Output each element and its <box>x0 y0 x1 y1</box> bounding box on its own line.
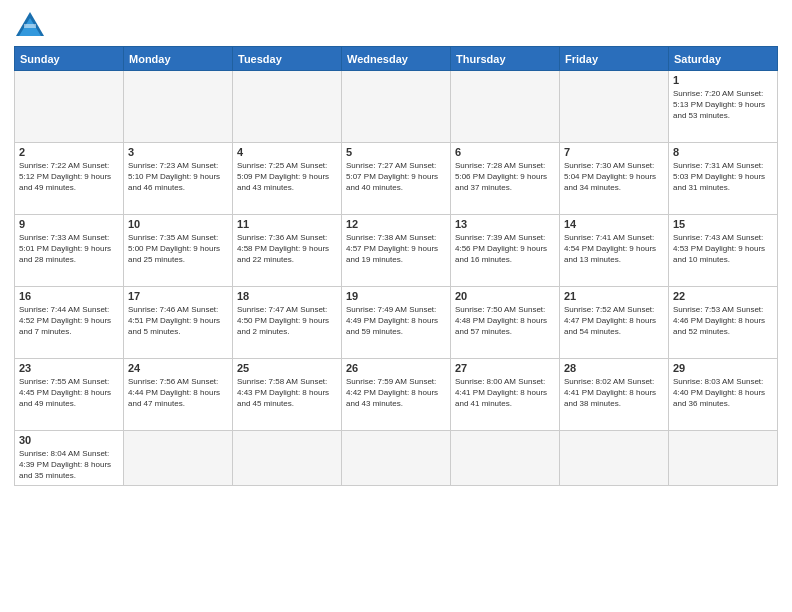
day-info: Sunrise: 7:20 AM Sunset: 5:13 PM Dayligh… <box>673 88 773 122</box>
day-number: 23 <box>19 362 119 374</box>
day-number: 12 <box>346 218 446 230</box>
day-number: 1 <box>673 74 773 86</box>
calendar-cell: 19Sunrise: 7:49 AM Sunset: 4:49 PM Dayli… <box>342 287 451 359</box>
day-number: 4 <box>237 146 337 158</box>
calendar-cell: 21Sunrise: 7:52 AM Sunset: 4:47 PM Dayli… <box>560 287 669 359</box>
day-info: Sunrise: 7:50 AM Sunset: 4:48 PM Dayligh… <box>455 304 555 338</box>
day-number: 7 <box>564 146 664 158</box>
day-info: Sunrise: 7:23 AM Sunset: 5:10 PM Dayligh… <box>128 160 228 194</box>
calendar-cell: 12Sunrise: 7:38 AM Sunset: 4:57 PM Dayli… <box>342 215 451 287</box>
calendar-cell <box>669 431 778 486</box>
day-info: Sunrise: 7:36 AM Sunset: 4:58 PM Dayligh… <box>237 232 337 266</box>
calendar-cell: 24Sunrise: 7:56 AM Sunset: 4:44 PM Dayli… <box>124 359 233 431</box>
day-number: 30 <box>19 434 119 446</box>
day-number: 8 <box>673 146 773 158</box>
calendar-cell: 7Sunrise: 7:30 AM Sunset: 5:04 PM Daylig… <box>560 143 669 215</box>
weekday-header-tuesday: Tuesday <box>233 47 342 71</box>
day-info: Sunrise: 7:39 AM Sunset: 4:56 PM Dayligh… <box>455 232 555 266</box>
day-number: 13 <box>455 218 555 230</box>
calendar-cell: 20Sunrise: 7:50 AM Sunset: 4:48 PM Dayli… <box>451 287 560 359</box>
day-number: 3 <box>128 146 228 158</box>
calendar-cell: 22Sunrise: 7:53 AM Sunset: 4:46 PM Dayli… <box>669 287 778 359</box>
day-number: 10 <box>128 218 228 230</box>
day-info: Sunrise: 7:55 AM Sunset: 4:45 PM Dayligh… <box>19 376 119 410</box>
day-info: Sunrise: 7:38 AM Sunset: 4:57 PM Dayligh… <box>346 232 446 266</box>
calendar-cell <box>451 71 560 143</box>
day-number: 15 <box>673 218 773 230</box>
day-number: 16 <box>19 290 119 302</box>
day-info: Sunrise: 7:58 AM Sunset: 4:43 PM Dayligh… <box>237 376 337 410</box>
day-info: Sunrise: 7:46 AM Sunset: 4:51 PM Dayligh… <box>128 304 228 338</box>
week-row-4: 16Sunrise: 7:44 AM Sunset: 4:52 PM Dayli… <box>15 287 778 359</box>
weekday-header-row: SundayMondayTuesdayWednesdayThursdayFrid… <box>15 47 778 71</box>
day-number: 17 <box>128 290 228 302</box>
day-number: 29 <box>673 362 773 374</box>
day-number: 6 <box>455 146 555 158</box>
calendar-cell: 3Sunrise: 7:23 AM Sunset: 5:10 PM Daylig… <box>124 143 233 215</box>
day-info: Sunrise: 7:43 AM Sunset: 4:53 PM Dayligh… <box>673 232 773 266</box>
calendar-cell <box>342 431 451 486</box>
weekday-header-saturday: Saturday <box>669 47 778 71</box>
day-info: Sunrise: 7:41 AM Sunset: 4:54 PM Dayligh… <box>564 232 664 266</box>
day-info: Sunrise: 7:35 AM Sunset: 5:00 PM Dayligh… <box>128 232 228 266</box>
week-row-3: 9Sunrise: 7:33 AM Sunset: 5:01 PM Daylig… <box>15 215 778 287</box>
calendar-cell: 10Sunrise: 7:35 AM Sunset: 5:00 PM Dayli… <box>124 215 233 287</box>
day-info: Sunrise: 8:04 AM Sunset: 4:39 PM Dayligh… <box>19 448 119 482</box>
calendar-cell: 8Sunrise: 7:31 AM Sunset: 5:03 PM Daylig… <box>669 143 778 215</box>
week-row-1: 1Sunrise: 7:20 AM Sunset: 5:13 PM Daylig… <box>15 71 778 143</box>
calendar-cell: 28Sunrise: 8:02 AM Sunset: 4:41 PM Dayli… <box>560 359 669 431</box>
calendar-cell <box>560 431 669 486</box>
calendar-cell <box>233 431 342 486</box>
day-info: Sunrise: 7:25 AM Sunset: 5:09 PM Dayligh… <box>237 160 337 194</box>
day-number: 11 <box>237 218 337 230</box>
calendar-cell: 16Sunrise: 7:44 AM Sunset: 4:52 PM Dayli… <box>15 287 124 359</box>
week-row-5: 23Sunrise: 7:55 AM Sunset: 4:45 PM Dayli… <box>15 359 778 431</box>
day-info: Sunrise: 7:56 AM Sunset: 4:44 PM Dayligh… <box>128 376 228 410</box>
calendar-cell: 30Sunrise: 8:04 AM Sunset: 4:39 PM Dayli… <box>15 431 124 486</box>
logo-icon <box>14 10 46 38</box>
calendar-cell: 14Sunrise: 7:41 AM Sunset: 4:54 PM Dayli… <box>560 215 669 287</box>
day-number: 20 <box>455 290 555 302</box>
day-info: Sunrise: 7:28 AM Sunset: 5:06 PM Dayligh… <box>455 160 555 194</box>
day-number: 2 <box>19 146 119 158</box>
calendar-cell: 6Sunrise: 7:28 AM Sunset: 5:06 PM Daylig… <box>451 143 560 215</box>
day-info: Sunrise: 7:27 AM Sunset: 5:07 PM Dayligh… <box>346 160 446 194</box>
calendar-cell <box>233 71 342 143</box>
calendar-cell: 11Sunrise: 7:36 AM Sunset: 4:58 PM Dayli… <box>233 215 342 287</box>
day-info: Sunrise: 8:03 AM Sunset: 4:40 PM Dayligh… <box>673 376 773 410</box>
calendar-cell: 2Sunrise: 7:22 AM Sunset: 5:12 PM Daylig… <box>15 143 124 215</box>
day-info: Sunrise: 7:22 AM Sunset: 5:12 PM Dayligh… <box>19 160 119 194</box>
day-number: 28 <box>564 362 664 374</box>
day-number: 26 <box>346 362 446 374</box>
day-info: Sunrise: 7:52 AM Sunset: 4:47 PM Dayligh… <box>564 304 664 338</box>
day-number: 27 <box>455 362 555 374</box>
calendar-cell: 1Sunrise: 7:20 AM Sunset: 5:13 PM Daylig… <box>669 71 778 143</box>
header <box>14 10 778 38</box>
week-row-2: 2Sunrise: 7:22 AM Sunset: 5:12 PM Daylig… <box>15 143 778 215</box>
calendar-cell: 13Sunrise: 7:39 AM Sunset: 4:56 PM Dayli… <box>451 215 560 287</box>
day-info: Sunrise: 7:47 AM Sunset: 4:50 PM Dayligh… <box>237 304 337 338</box>
calendar-cell <box>15 71 124 143</box>
calendar-cell: 5Sunrise: 7:27 AM Sunset: 5:07 PM Daylig… <box>342 143 451 215</box>
logo <box>14 10 50 38</box>
calendar-cell: 4Sunrise: 7:25 AM Sunset: 5:09 PM Daylig… <box>233 143 342 215</box>
weekday-header-friday: Friday <box>560 47 669 71</box>
weekday-header-monday: Monday <box>124 47 233 71</box>
calendar-cell: 27Sunrise: 8:00 AM Sunset: 4:41 PM Dayli… <box>451 359 560 431</box>
calendar-cell: 15Sunrise: 7:43 AM Sunset: 4:53 PM Dayli… <box>669 215 778 287</box>
calendar-cell: 18Sunrise: 7:47 AM Sunset: 4:50 PM Dayli… <box>233 287 342 359</box>
calendar-cell <box>124 431 233 486</box>
calendar-cell <box>342 71 451 143</box>
day-number: 18 <box>237 290 337 302</box>
day-info: Sunrise: 7:30 AM Sunset: 5:04 PM Dayligh… <box>564 160 664 194</box>
day-number: 25 <box>237 362 337 374</box>
week-row-6: 30Sunrise: 8:04 AM Sunset: 4:39 PM Dayli… <box>15 431 778 486</box>
svg-rect-2 <box>24 24 36 28</box>
calendar-cell <box>124 71 233 143</box>
day-number: 19 <box>346 290 446 302</box>
day-info: Sunrise: 7:44 AM Sunset: 4:52 PM Dayligh… <box>19 304 119 338</box>
calendar-cell: 23Sunrise: 7:55 AM Sunset: 4:45 PM Dayli… <box>15 359 124 431</box>
calendar-cell: 17Sunrise: 7:46 AM Sunset: 4:51 PM Dayli… <box>124 287 233 359</box>
day-number: 9 <box>19 218 119 230</box>
day-number: 21 <box>564 290 664 302</box>
